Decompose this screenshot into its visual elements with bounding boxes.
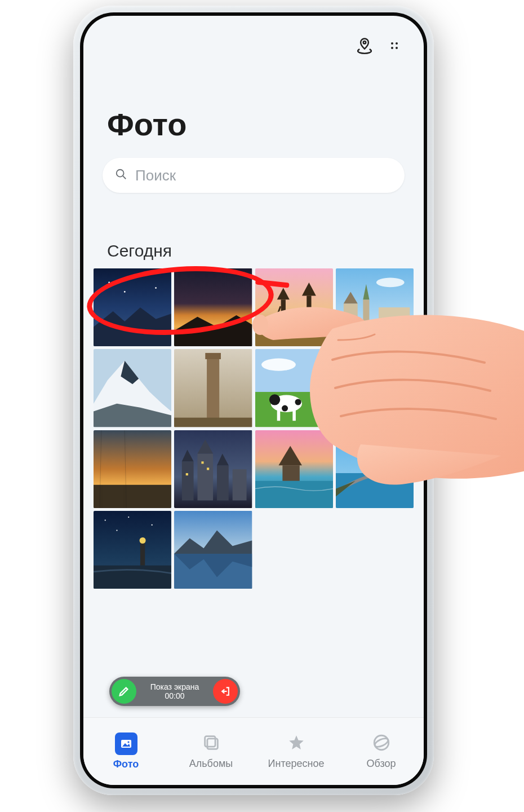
svg-rect-37 [255, 349, 333, 392]
svg-rect-66 [282, 465, 299, 481]
svg-rect-60 [233, 469, 247, 500]
bottom-nav: Фото Альбомы [83, 717, 424, 785]
nav-label: Фото [113, 758, 139, 770]
pencil-icon[interactable] [112, 679, 136, 704]
nav-discover[interactable]: Интересное [254, 718, 339, 785]
photo-thumb[interactable] [94, 268, 171, 346]
search-bar[interactable] [103, 158, 405, 193]
photo-thumb[interactable] [174, 349, 252, 427]
svg-point-5 [117, 170, 124, 177]
globe-icon [372, 733, 391, 754]
svg-rect-20 [307, 295, 311, 326]
svg-rect-25 [363, 299, 369, 326]
svg-point-10 [155, 287, 157, 289]
svg-rect-34 [207, 357, 219, 420]
svg-point-78 [140, 537, 146, 544]
svg-point-1 [391, 42, 393, 45]
svg-rect-54 [182, 461, 194, 500]
screencast-pill[interactable]: Показ экрана 00:00 [109, 677, 240, 706]
svg-point-28 [376, 278, 405, 288]
nav-label: Интересное [268, 758, 325, 770]
screencast-label: Показ экрана [150, 682, 199, 691]
photo-thumb[interactable] [174, 268, 252, 346]
svg-rect-63 [186, 473, 188, 475]
screencast-time: 00:00 [165, 691, 184, 700]
svg-point-42 [295, 399, 301, 405]
svg-rect-61 [202, 461, 204, 464]
section-today-label: Сегодня [107, 241, 172, 261]
search-icon [115, 168, 127, 183]
svg-point-9 [136, 275, 137, 277]
svg-rect-62 [207, 467, 209, 470]
photos-icon [115, 732, 137, 755]
svg-point-76 [116, 529, 117, 531]
nav-label: Альбомы [189, 758, 233, 770]
svg-rect-44 [277, 410, 280, 421]
svg-point-86 [127, 741, 129, 743]
svg-rect-56 [198, 453, 214, 500]
svg-rect-67 [255, 480, 333, 508]
svg-point-43 [282, 405, 288, 412]
photo-thumb[interactable] [255, 268, 333, 346]
svg-point-75 [152, 524, 153, 526]
svg-rect-17 [281, 299, 285, 326]
photo-thumb[interactable] [336, 430, 414, 508]
svg-rect-58 [217, 465, 229, 500]
svg-point-3 [391, 47, 393, 49]
svg-rect-69 [336, 473, 414, 508]
nav-photos[interactable]: Фото [83, 718, 168, 785]
svg-point-41 [269, 394, 279, 405]
photo-thumb[interactable] [336, 268, 414, 346]
phone-bezel: Фото Сегодня [80, 12, 427, 788]
svg-rect-87 [207, 739, 217, 749]
svg-rect-45 [292, 410, 296, 421]
search-input[interactable] [135, 167, 392, 184]
screencast-text: Показ экрана 00:00 [136, 682, 213, 700]
photo-thumb[interactable] [174, 430, 252, 508]
nav-albums[interactable]: Альбомы [168, 718, 254, 785]
location-map-icon[interactable] [356, 37, 373, 56]
svg-rect-77 [140, 542, 145, 565]
page-title: Фото [107, 106, 187, 143]
photo-grid [94, 268, 414, 589]
top-bar [83, 16, 424, 78]
svg-point-0 [363, 41, 366, 44]
photo-thumb[interactable] [255, 349, 333, 427]
photo-thumb[interactable] [174, 511, 252, 589]
photo-thumb[interactable] [336, 349, 414, 427]
photo-thumb[interactable] [94, 349, 171, 427]
phone-mockup: Фото Сегодня [73, 6, 434, 795]
svg-point-11 [124, 291, 126, 293]
albums-icon [202, 733, 221, 754]
photo-thumb[interactable] [94, 430, 171, 508]
svg-point-4 [396, 47, 398, 49]
svg-rect-27 [379, 307, 410, 324]
svg-rect-36 [174, 418, 252, 427]
svg-rect-15 [255, 327, 333, 347]
svg-point-73 [105, 519, 106, 520]
exit-icon[interactable] [213, 679, 238, 704]
nav-explore[interactable]: Обзор [339, 718, 424, 785]
svg-rect-23 [344, 303, 358, 326]
svg-point-74 [128, 517, 129, 518]
svg-rect-88 [205, 736, 215, 747]
svg-point-48 [361, 360, 404, 373]
svg-rect-35 [206, 353, 221, 359]
svg-point-38 [261, 359, 296, 371]
svg-point-8 [108, 282, 110, 284]
star-icon [287, 733, 306, 754]
nav-label: Обзор [367, 758, 396, 770]
svg-marker-89 [289, 735, 304, 749]
more-dots-icon[interactable] [388, 39, 401, 55]
phone-screen: Фото Сегодня [83, 16, 424, 785]
svg-rect-50 [94, 484, 171, 508]
photo-thumb[interactable] [94, 511, 171, 589]
svg-point-2 [396, 42, 398, 45]
photo-thumb[interactable] [255, 430, 333, 508]
